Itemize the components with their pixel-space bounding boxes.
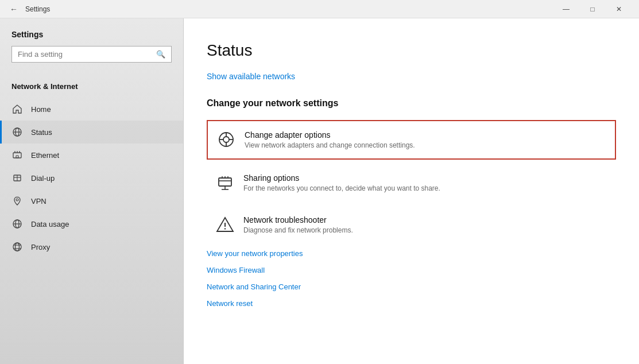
- network-sharing-center-link[interactable]: Network and Sharing Center: [207, 282, 616, 291]
- ethernet-icon: [11, 149, 23, 161]
- sidebar-item-datausage-label: Data usage: [31, 220, 69, 229]
- troubleshooter-title: Network troubleshooter: [243, 215, 353, 224]
- sidebar-item-dialup-label: Dial-up: [31, 174, 55, 183]
- minimize-button[interactable]: —: [553, 0, 579, 18]
- adapter-icon: [217, 130, 235, 149]
- page-title: Status: [207, 41, 616, 60]
- settings-item-adapter[interactable]: Change adapter options View network adap…: [207, 120, 616, 160]
- close-button[interactable]: ✕: [606, 0, 632, 18]
- adapter-title: Change adapter options: [245, 130, 415, 140]
- search-box[interactable]: 🔍: [11, 46, 172, 63]
- sidebar-item-vpn[interactable]: VPN: [0, 189, 183, 212]
- vpn-icon: [11, 195, 23, 207]
- svg-point-33: [224, 228, 226, 229]
- settings-item-sharing[interactable]: Sharing options For the networks you con…: [207, 164, 616, 202]
- sidebar-header: Settings 🔍: [0, 18, 183, 80]
- network-reset-link[interactable]: Network reset: [207, 299, 616, 308]
- svg-point-11: [16, 199, 18, 201]
- sharing-desc: For the networks you connect to, decide …: [243, 184, 440, 192]
- bottom-links: View your network properties Windows Fir…: [207, 249, 616, 308]
- change-heading: Change your network settings: [207, 98, 616, 109]
- sidebar-item-status[interactable]: Status: [0, 121, 183, 144]
- adapter-desc: View network adapters and change connect…: [245, 141, 415, 149]
- svg-rect-25: [219, 178, 231, 186]
- troubleshooter-icon: [216, 215, 234, 234]
- content-area: Status Show available networks Change yo…: [184, 18, 639, 364]
- show-networks-link[interactable]: Show available networks: [207, 72, 295, 81]
- troubleshooter-desc: Diagnose and fix network problems.: [243, 226, 353, 234]
- sidebar-app-title: Settings: [11, 30, 172, 39]
- sharing-text: Sharing options For the networks you con…: [243, 173, 440, 192]
- status-icon: [11, 126, 23, 138]
- adapter-text: Change adapter options View network adap…: [245, 130, 415, 149]
- sidebar-item-ethernet[interactable]: Ethernet: [0, 144, 183, 166]
- back-button[interactable]: ←: [7, 2, 21, 16]
- datausage-icon: [11, 218, 23, 230]
- sidebar-item-datausage[interactable]: Data usage: [0, 212, 183, 235]
- window-controls: — □ ✕: [553, 0, 632, 18]
- settings-item-troubleshooter[interactable]: Network troubleshooter Diagnose and fix …: [207, 206, 616, 243]
- main-container: Settings 🔍 Network & Internet Home: [0, 18, 639, 364]
- proxy-icon: [11, 241, 23, 253]
- search-input[interactable]: [18, 50, 156, 59]
- sharing-icon: [216, 173, 234, 192]
- titlebar-title: Settings: [25, 5, 553, 13]
- home-icon: [11, 103, 23, 115]
- windows-firewall-link[interactable]: Windows Firewall: [207, 266, 616, 274]
- maximize-button[interactable]: □: [579, 0, 606, 18]
- titlebar: ← Settings — □ ✕: [0, 0, 639, 18]
- svg-point-20: [223, 137, 229, 142]
- sidebar-item-proxy-label: Proxy: [31, 243, 50, 251]
- sidebar-item-vpn-label: VPN: [31, 197, 47, 206]
- svg-point-15: [13, 243, 21, 251]
- sidebar-item-status-label: Status: [31, 128, 52, 137]
- sidebar: Settings 🔍 Network & Internet Home: [0, 18, 184, 364]
- sidebar-item-dialup[interactable]: Dial-up: [0, 166, 183, 189]
- sharing-title: Sharing options: [243, 173, 440, 183]
- view-network-properties-link[interactable]: View your network properties: [207, 249, 616, 258]
- sidebar-item-proxy[interactable]: Proxy: [0, 235, 183, 258]
- sidebar-item-ethernet-label: Ethernet: [31, 151, 59, 160]
- sidebar-item-home-label: Home: [31, 105, 51, 114]
- search-icon: 🔍: [156, 50, 165, 59]
- troubleshooter-text: Network troubleshooter Diagnose and fix …: [243, 215, 353, 234]
- sidebar-section-title: Network & Internet: [0, 80, 183, 98]
- dialup-icon: [11, 172, 23, 184]
- svg-point-16: [16, 243, 20, 251]
- sidebar-item-home[interactable]: Home: [0, 98, 183, 121]
